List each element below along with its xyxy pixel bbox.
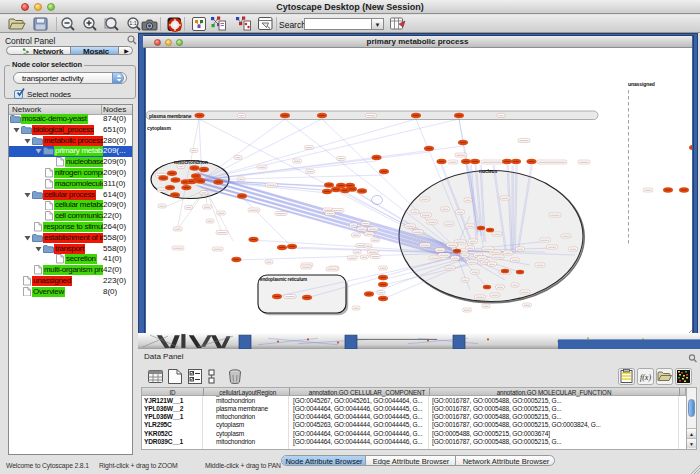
svg-text:cytoplasm: cytoplasm [147,125,171,131]
svg-text:endoplasmic reticulum: endoplasmic reticulum [260,277,307,282]
svg-text:f(x): f(x) [640,373,651,382]
svg-text:1:1: 1:1 [129,20,137,26]
svg-text:plasma membrane: plasma membrane [149,113,192,119]
svg-text:unassigned: unassigned [628,81,655,87]
